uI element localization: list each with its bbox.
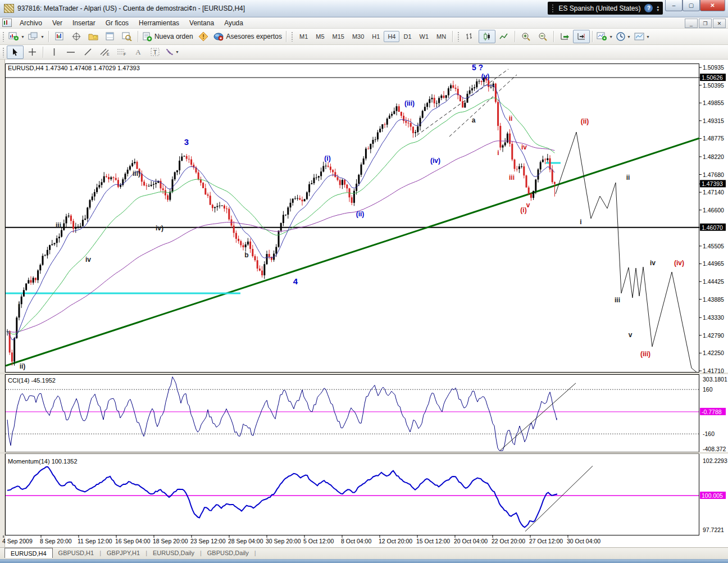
price-axis-label: 1.48220 — [703, 153, 724, 160]
eurusd-h4-chart[interactable]: 35 ?(v)(iii)(i)(iv)(ii)4iii)iv)iiiiviii)… — [0, 60, 728, 547]
menu-graficos[interactable]: Gr ficos — [101, 18, 134, 28]
mdi-restore-button[interactable]: ❐ — [699, 19, 712, 28]
trendline-tool-button[interactable] — [79, 46, 96, 59]
wave-label: ii) — [20, 362, 26, 370]
candle-body — [285, 215, 286, 215]
minimize-button[interactable]: – — [665, 0, 683, 11]
new-order-button[interactable]: Nueva orden — [140, 30, 195, 43]
tab-separator: | — [254, 548, 256, 556]
profiles-button[interactable]: ▼ — [26, 30, 46, 43]
tab-gbpusd-h1[interactable]: GBPUSD,H1 — [53, 548, 100, 557]
candle-body — [249, 242, 251, 249]
menu-insertar[interactable]: Insertar — [67, 18, 101, 28]
menu-herramientas[interactable]: Herramientas — [134, 18, 184, 28]
language-bar[interactable]: ES Spanish (United States) ? ▴▾ — [548, 2, 663, 15]
strategy-tester-button[interactable] — [119, 30, 135, 43]
candlestick-chart-button[interactable] — [479, 30, 495, 43]
data-window-button[interactable] — [68, 30, 85, 43]
time-axis-label: 5 Oct 12:00 — [303, 538, 334, 544]
cci-panel[interactable]: 160-160CCI(14) -45.1952303.1801-408.372-… — [6, 375, 727, 453]
menu-ventana[interactable]: Ventana — [184, 18, 219, 28]
language-bar-options-icon[interactable]: ▴▾ — [657, 5, 659, 12]
toolbar-grip[interactable] — [291, 31, 294, 42]
panel-splitter[interactable] — [0, 373, 728, 374]
text-tool-button[interactable]: A — [130, 46, 147, 59]
templates-button[interactable]: ▼ — [633, 30, 652, 43]
candle-body — [306, 192, 308, 199]
tab-gbpusd-daily[interactable]: GBPUSD,Daily — [202, 548, 254, 557]
timeframe-m30[interactable]: M30 — [348, 31, 368, 42]
momentum-panel[interactable]: Momentum(14) 100.1352102.229397.7221100.… — [6, 454, 727, 535]
text-label-tool-button[interactable]: T — [147, 46, 163, 59]
timeframe-m15[interactable]: M15 — [329, 31, 348, 42]
zoom-out-button[interactable] — [534, 30, 551, 43]
chart-shift-button[interactable] — [573, 30, 590, 43]
restore-button[interactable]: ▢ — [683, 0, 700, 11]
candle-body — [181, 157, 183, 161]
candle-body — [542, 160, 544, 162]
mdi-close-button[interactable]: ✕ — [713, 19, 726, 28]
periods-button[interactable]: ▼ — [615, 30, 633, 43]
candle-body — [210, 196, 211, 205]
indicators-button[interactable]: ▼ — [595, 30, 615, 43]
candle-body — [367, 149, 369, 149]
line-chart-button[interactable] — [495, 30, 512, 43]
candle-body — [334, 172, 336, 177]
mdi-minimize-button[interactable]: _ — [685, 19, 698, 28]
arrows-tool-button[interactable]: ▼ — [163, 46, 181, 59]
terminal-button[interactable] — [102, 30, 119, 43]
menu-ver[interactable]: Ver — [47, 18, 67, 28]
menu-ayuda[interactable]: Ayuda — [219, 18, 248, 28]
window-title: 937816: MetaTrader - Alpari (US) - Cuent… — [17, 4, 245, 12]
horizontal-line-tool-button[interactable] — [62, 46, 79, 59]
market-watch-button[interactable] — [51, 30, 68, 43]
timeframe-h1[interactable]: H1 — [368, 31, 384, 42]
candle-body — [143, 181, 145, 185]
chart-window-icon[interactable] — [2, 19, 12, 27]
svg-text:!: ! — [202, 33, 204, 40]
timeframe-mn[interactable]: MN — [433, 31, 450, 42]
toolbar-grip[interactable] — [2, 47, 5, 57]
fibonacci-tool-button[interactable]: F — [113, 46, 130, 59]
tab-eurusd-h4[interactable]: EURUSD,H4 — [4, 548, 53, 558]
zoom-in-button[interactable] — [517, 30, 534, 43]
close-button[interactable]: ✕ — [700, 0, 725, 11]
chart-area[interactable]: 35 ?(v)(iii)(i)(iv)(ii)4iii)iv)iiiiviii)… — [0, 60, 728, 547]
navigator-button[interactable] — [85, 30, 102, 43]
new-chart-button[interactable]: ▼ — [7, 30, 26, 43]
language-bar-grip[interactable] — [552, 4, 554, 13]
candle-body — [61, 230, 62, 237]
timeframe-m5[interactable]: M5 — [312, 31, 328, 42]
equidistant-channel-tool-button[interactable]: E — [96, 46, 113, 59]
auto-scroll-button[interactable] — [556, 30, 573, 43]
main-price-panel[interactable]: 35 ?(v)(iii)(i)(iv)(ii)4iii)iv)iiiiviii)… — [6, 63, 700, 373]
timeframe-h4[interactable]: H4 — [384, 31, 399, 42]
crosshair-tool-button[interactable] — [24, 46, 40, 59]
timeframe-m1[interactable]: M1 — [295, 31, 312, 42]
bar-chart-button[interactable] — [462, 30, 479, 43]
toolbar-separator — [553, 31, 554, 42]
candle-body — [49, 245, 51, 250]
warning-icon[interactable]: ! — [195, 30, 212, 43]
candle-body — [424, 107, 426, 111]
toolbar-grip[interactable] — [457, 31, 460, 42]
wave-label: v — [526, 201, 530, 209]
menu-archivo[interactable]: Archivo — [15, 18, 47, 28]
panel-splitter[interactable] — [0, 452, 728, 454]
momentum-value-tag-label: 100.005 — [702, 492, 723, 499]
candle-body — [129, 166, 131, 170]
tab-eurusd-daily[interactable]: EURUSD,Daily — [147, 548, 200, 557]
cursor-tool-button[interactable] — [7, 46, 24, 59]
vertical-line-tool-button[interactable] — [46, 46, 62, 59]
title-bar[interactable]: 937816: MetaTrader - Alpari (US) - Cuent… — [0, 0, 728, 17]
timeframe-w1[interactable]: W1 — [416, 31, 433, 42]
toolbar-grip[interactable] — [2, 31, 5, 42]
expert-advisors-button[interactable]: Asesores expertos — [212, 30, 284, 43]
price-axis-label: 1.49855 — [703, 99, 724, 106]
wave-label: a — [472, 116, 476, 124]
timeframe-d1[interactable]: D1 — [399, 31, 415, 42]
tab-gbpjpy-h1[interactable]: GBPJPY,H1 — [101, 548, 145, 557]
cci-level-label: 160 — [703, 386, 713, 393]
help-icon[interactable]: ? — [644, 4, 653, 12]
candle-body — [280, 223, 282, 231]
